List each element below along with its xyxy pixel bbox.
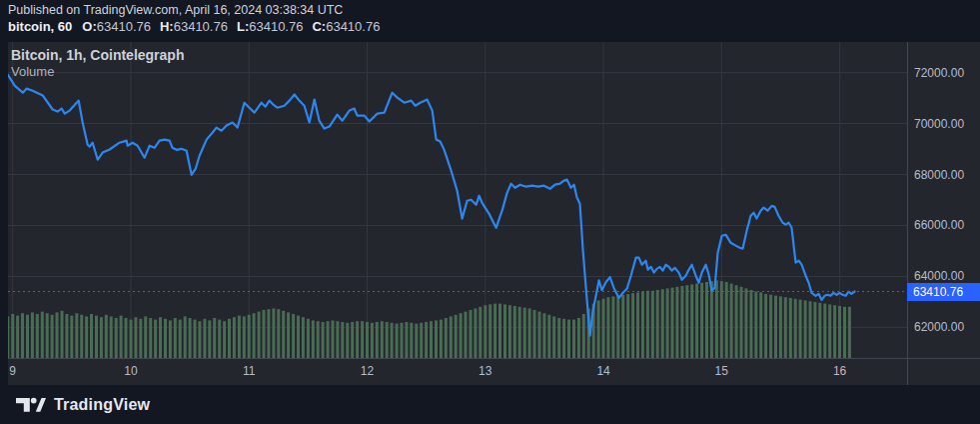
- time-axis-label: 14: [591, 358, 615, 384]
- price-axis-label: 62000.00: [914, 319, 964, 335]
- ohlc-close: C:63410.76: [312, 19, 380, 34]
- tradingview-snapshot: { "header": { "published_line": "Publish…: [0, 0, 980, 424]
- chart-legend: Bitcoin, 1h, Cointelegraph Volume: [11, 47, 184, 80]
- last-price-badge: 63410.76: [907, 283, 980, 301]
- time-axis-label: 12: [356, 358, 380, 384]
- price-axis-label: 70000.00: [914, 116, 964, 132]
- tradingview-logo-icon: [16, 394, 46, 415]
- price-volume-chart[interactable]: [0, 42, 980, 385]
- time-axis-label: 9: [1, 358, 25, 384]
- legend-symbol-title: Bitcoin, 1h, Cointelegraph: [11, 47, 184, 64]
- snapshot-footer: TradingView: [0, 385, 980, 424]
- time-axis-label: 15: [709, 358, 733, 384]
- ohlc-low: L:63410.76: [237, 19, 304, 34]
- price-axis-label: 66000.00: [914, 217, 964, 233]
- symbol-name: bitcoin, 60: [8, 19, 72, 34]
- snapshot-header: Published on TradingView.com, April 16, …: [0, 0, 980, 42]
- ohlc-open: O:63410.76: [82, 19, 151, 34]
- time-axis-label: 11: [237, 358, 261, 384]
- price-axis-label: 72000.00: [914, 65, 964, 81]
- chart-widget[interactable]: Bitcoin, 1h, Cointelegraph Volume 72000.…: [0, 42, 980, 385]
- ohlc-high: H:63410.76: [160, 19, 228, 34]
- tradingview-brand-text: TradingView: [54, 396, 150, 414]
- time-axis-label: 13: [474, 358, 497, 384]
- published-line: Published on TradingView.com, April 16, …: [8, 3, 343, 17]
- price-axis-label: 68000.00: [914, 167, 964, 183]
- tradingview-brand-link[interactable]: TradingView: [16, 394, 150, 415]
- time-axis-label: 10: [119, 358, 143, 384]
- time-axis[interactable]: 910111213141516: [0, 358, 980, 385]
- chart-left-gutter: [0, 42, 8, 385]
- time-axis-label: 16: [828, 358, 852, 384]
- symbol-ohlc-line: bitcoin, 60 O:63410.76 H:63410.76 L:6341…: [8, 19, 389, 34]
- price-axis[interactable]: 72000.0070000.0068000.0066000.0064000.00…: [907, 42, 980, 358]
- legend-volume-label: Volume: [11, 64, 184, 80]
